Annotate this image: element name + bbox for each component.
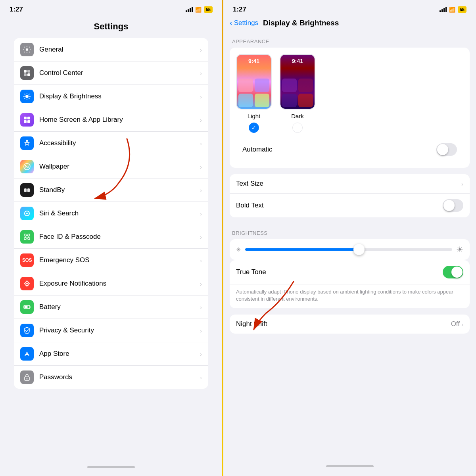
svg-point-29 — [26, 236, 28, 238]
text-size-row[interactable]: Text Size › — [230, 174, 470, 194]
svg-point-18 — [26, 140, 28, 142]
true-tone-thumb — [451, 267, 463, 278]
page-title: Display & Brightness — [263, 19, 339, 27]
settings-item-siri[interactable]: Siri & Search › — [14, 202, 208, 225]
display-icon — [20, 90, 34, 103]
settings-item-battery[interactable]: Battery › — [14, 296, 208, 319]
night-shift-row[interactable]: Night Shift Off › — [230, 315, 470, 334]
back-chevron-icon: ‹ — [230, 18, 232, 27]
passwords-label: Passwords — [39, 373, 200, 381]
svg-rect-21 — [24, 188, 27, 192]
emergency-icon: SOS — [20, 253, 34, 267]
passwords-icon — [20, 370, 34, 384]
accessibility-label: Accessibility — [39, 139, 200, 147]
automatic-row[interactable]: Automatic — [236, 138, 463, 161]
brightness-thumb[interactable] — [353, 244, 365, 255]
emergency-label: Emergency SOS — [39, 256, 200, 264]
settings-item-exposure[interactable]: Exposure Notifications › — [14, 272, 208, 296]
control-center-icon — [20, 66, 34, 80]
svg-rect-38 — [25, 306, 28, 308]
dark-label: Dark — [291, 113, 304, 119]
settings-item-general[interactable]: General › — [14, 38, 208, 61]
nav-bar: ‹ Settings Display & Brightness — [223, 17, 476, 32]
general-icon — [20, 43, 34, 56]
settings-item-appstore[interactable]: App Store › — [14, 342, 208, 366]
true-tone-section: True Tone Automatically adapt iPhone dis… — [230, 260, 470, 308]
settings-item-wallpaper[interactable]: Wallpaper › — [14, 155, 208, 178]
dark-phone-mockup: 9:41 — [280, 54, 315, 109]
settings-item-standby[interactable]: StandBy › — [14, 178, 208, 202]
settings-item-faceid[interactable]: Face ID & Passcode › — [14, 225, 208, 249]
dark-check[interactable] — [292, 123, 303, 133]
battery-badge-left: 55 — [204, 6, 213, 13]
accessibility-icon — [20, 136, 34, 150]
chevron-icon: › — [200, 327, 202, 334]
settings-item-display[interactable]: Display & Brightness › — [14, 85, 208, 108]
wallpaper-icon — [20, 160, 34, 173]
svg-point-20 — [25, 165, 26, 166]
chevron-icon: › — [200, 304, 202, 311]
status-icons-left: 📶 55 — [186, 6, 213, 13]
display-brightness-panel: 1:27 📶 55 ‹ Settings Display & Brightnes… — [223, 0, 476, 476]
true-tone-toggle[interactable] — [443, 266, 463, 278]
brightness-min-icon: ☀ — [236, 246, 241, 253]
chevron-icon: › — [200, 163, 202, 170]
settings-item-privacy[interactable]: Privacy & Security › — [14, 319, 208, 342]
svg-line-11 — [29, 98, 29, 99]
chevron-icon: › — [200, 234, 202, 240]
appearance-dark-option[interactable]: 9:41 Dark — [280, 54, 315, 133]
svg-line-10 — [25, 94, 25, 95]
svg-line-12 — [29, 94, 29, 95]
svg-line-13 — [25, 98, 25, 99]
svg-point-31 — [26, 283, 28, 284]
appearance-light-option[interactable]: 9:41 Light ✓ — [236, 54, 272, 133]
svg-rect-25 — [24, 234, 26, 236]
chevron-icon: › — [200, 70, 202, 77]
svg-point-0 — [26, 48, 28, 51]
light-check[interactable]: ✓ — [249, 123, 259, 133]
bold-text-toggle[interactable] — [443, 199, 463, 212]
settings-item-control-center[interactable]: Control Center › — [14, 61, 208, 85]
settings-item-passwords[interactable]: Passwords › — [14, 366, 208, 389]
svg-rect-1 — [24, 70, 27, 73]
svg-rect-22 — [27, 188, 30, 192]
brightness-slider[interactable] — [245, 248, 452, 251]
text-card: Text Size › Bold Text — [230, 174, 470, 217]
bold-text-row[interactable]: Bold Text — [230, 194, 470, 217]
wallpaper-label: Wallpaper — [39, 163, 200, 171]
brightness-slider-row: ☀ ☀ — [230, 239, 470, 260]
toggle-thumb — [437, 144, 448, 155]
signal-icon — [186, 7, 193, 12]
svg-rect-26 — [28, 234, 30, 236]
back-button[interactable]: ‹ Settings — [230, 18, 258, 27]
automatic-toggle[interactable] — [436, 143, 457, 156]
status-icons-right: 📶 55 — [440, 6, 466, 13]
appstore-label: App Store — [39, 350, 200, 358]
true-tone-description: Automatically adapt iPhone display based… — [230, 284, 470, 308]
home-indicator-right — [326, 465, 374, 467]
true-tone-label: True Tone — [236, 268, 266, 276]
display-label: Display & Brightness — [39, 92, 200, 100]
chevron-icon: › — [200, 187, 202, 194]
control-center-label: Control Center — [39, 69, 200, 77]
bold-text-label: Bold Text — [236, 202, 264, 209]
night-shift-chevron: › — [461, 321, 463, 328]
true-tone-row[interactable]: True Tone — [230, 260, 470, 284]
svg-rect-2 — [27, 70, 30, 73]
svg-rect-28 — [28, 238, 30, 240]
exposure-label: Exposure Notifications — [39, 280, 200, 288]
chevron-icon: › — [200, 46, 202, 53]
settings-item-home-screen[interactable]: Home Screen & App Library › — [14, 108, 208, 132]
settings-item-emergency[interactable]: SOS Emergency SOS › — [14, 249, 208, 272]
svg-rect-14 — [24, 117, 27, 119]
svg-rect-37 — [30, 307, 31, 308]
general-label: General — [39, 46, 200, 54]
back-label: Settings — [234, 19, 258, 27]
settings-item-accessibility[interactable]: Accessibility › — [14, 132, 208, 155]
night-shift-label: Night Shift — [236, 320, 267, 328]
battery-badge-right: 55 — [458, 6, 466, 13]
chevron-icon: › — [200, 210, 202, 217]
night-shift-value: Off — [451, 320, 460, 328]
time-right: 1:27 — [233, 6, 246, 13]
exposure-icon — [20, 277, 34, 290]
